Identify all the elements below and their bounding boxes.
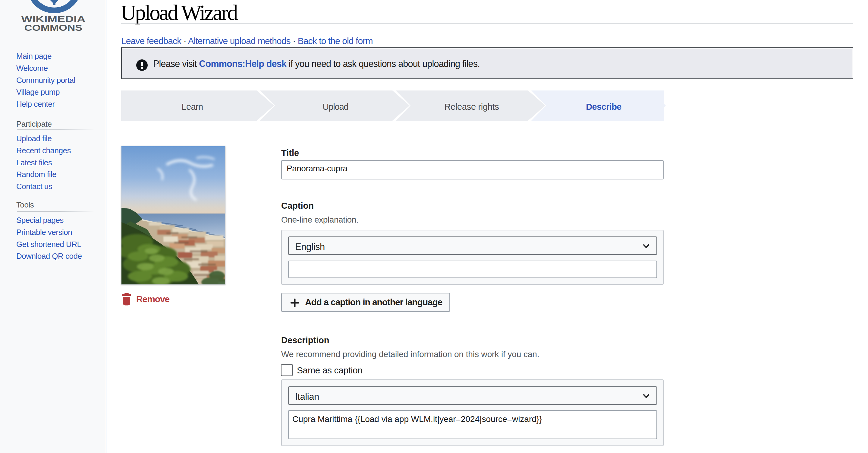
svg-text:Learn: Learn: [181, 102, 203, 112]
svg-text:Upload: Upload: [322, 102, 348, 112]
svg-text:Describe: Describe: [586, 102, 621, 112]
svg-text:COMMONS: COMMONS: [24, 23, 83, 33]
svg-text:Release rights: Release rights: [444, 102, 499, 112]
